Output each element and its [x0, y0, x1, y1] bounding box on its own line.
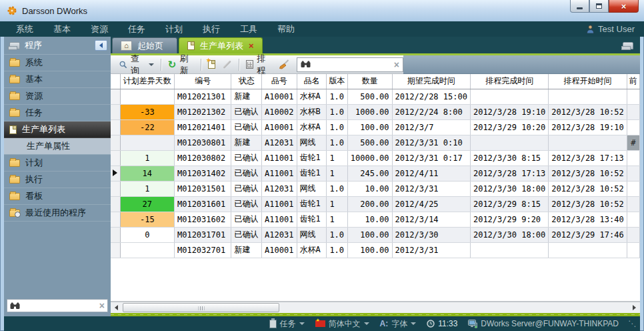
cell-sched_start[interactable] — [549, 242, 627, 258]
cell-status[interactable]: 新建 — [231, 135, 262, 150]
cell-order_no[interactable]: M012030801 — [174, 135, 231, 150]
resize-grip-icon[interactable]: ⋱ — [628, 320, 636, 328]
cell-sched_start[interactable]: 2012/3/29 17:46 — [549, 227, 627, 242]
column-header-item_no[interactable]: 品号 — [262, 74, 297, 89]
table-row[interactable]: -15M012031602已确认A11001齿轮1110.002012/3/14… — [111, 212, 640, 227]
cell-diff[interactable]: 1 — [120, 181, 174, 196]
scroll-left-button[interactable] — [111, 302, 122, 313]
cell-item_no[interactable]: A12031 — [262, 135, 297, 150]
sidebar-item-资源[interactable]: 资源 — [4, 88, 111, 105]
statusbar-language-dropdown[interactable]: 简体中文 — [315, 318, 369, 330]
cell-qty[interactable]: 200.00 — [347, 196, 392, 212]
cell-qty[interactable]: 10000.00 — [347, 150, 392, 166]
toolbar-search-clear-icon[interactable]: × — [394, 60, 399, 69]
column-header-sched_start[interactable]: 排程开始时间 — [549, 74, 627, 89]
row-selector-cell[interactable] — [111, 135, 120, 150]
cell-flag[interactable] — [627, 119, 639, 135]
edit-button[interactable] — [219, 61, 235, 67]
cell-expect_time[interactable]: 2012/3/31 — [392, 181, 470, 196]
column-header-status[interactable]: 状态 — [231, 74, 262, 89]
row-selector-cell[interactable] — [111, 89, 120, 104]
cell-sched_end[interactable] — [470, 89, 548, 104]
cell-order_no[interactable]: M012031602 — [174, 212, 231, 227]
menu-resource[interactable]: 资源 — [91, 23, 108, 35]
sidebar-item-生产单属性[interactable]: 生产单属性 — [4, 138, 111, 155]
toolbar-search-input[interactable] — [311, 60, 394, 69]
cell-order_no[interactable]: M012021301 — [174, 89, 231, 104]
cell-diff[interactable] — [120, 135, 174, 150]
cell-item_no[interactable]: A11001 — [262, 150, 297, 166]
cell-version[interactable]: 1.0 — [327, 119, 347, 135]
menu-basic[interactable]: 基本 — [53, 23, 71, 35]
cell-sched_end[interactable] — [470, 242, 548, 258]
table-row[interactable]: M012021301新建A10001水杯A1.0500.002012/2/28 … — [111, 89, 640, 104]
cell-sched_end[interactable]: 2012/3/30 18:00 — [470, 181, 548, 196]
cell-diff[interactable] — [120, 242, 174, 258]
cell-qty[interactable]: 245.00 — [347, 166, 392, 181]
cell-flag[interactable] — [627, 242, 639, 258]
table-row[interactable]: M012030801新建A12031网线1.0500.002012/3/31 0… — [111, 135, 640, 150]
sidebar-item-计划[interactable]: 计划 — [4, 155, 111, 172]
cell-diff[interactable]: 1 — [120, 150, 174, 166]
sidebar-collapse-button[interactable] — [95, 40, 107, 51]
menu-execute[interactable]: 执行 — [203, 23, 220, 35]
menu-plan[interactable]: 计划 — [165, 23, 183, 35]
cell-item_no[interactable]: A12031 — [262, 181, 297, 196]
row-selector-cell[interactable] — [111, 227, 120, 242]
cell-sched_end[interactable] — [470, 135, 548, 150]
cell-sched_end[interactable]: 2012/3/28 19:10 — [470, 104, 548, 119]
cell-order_no[interactable]: M012031701 — [174, 227, 231, 242]
cell-flag[interactable] — [627, 181, 639, 196]
cell-sched_start[interactable]: 2012/3/28 10:52 — [549, 104, 627, 119]
cell-expect_time[interactable]: 2012/2/28 15:00 — [392, 89, 470, 104]
menu-tools[interactable]: 工具 — [240, 23, 257, 35]
cell-expect_time[interactable]: 2012/4/25 — [392, 196, 470, 212]
cell-sched_start[interactable]: 2012/3/28 10:52 — [549, 181, 627, 196]
cell-item_no[interactable]: A11001 — [262, 212, 297, 227]
statusbar-font-dropdown[interactable]: A: 字体 — [380, 318, 417, 330]
cell-qty[interactable]: 100.00 — [347, 119, 392, 135]
scrollbar-thumb[interactable] — [123, 303, 279, 312]
cell-diff[interactable]: 14 — [120, 166, 174, 181]
cell-diff[interactable]: -22 — [120, 119, 174, 135]
table-row[interactable]: 1M012030802已确认A11001齿轮1110000.002012/3/3… — [111, 150, 640, 166]
cell-item_name[interactable]: 齿轮1 — [297, 212, 327, 227]
cell-item_name[interactable]: 水杯A — [297, 242, 327, 258]
cell-item_name[interactable]: 水杯A — [297, 89, 327, 104]
cell-sched_start[interactable]: 2012/3/28 13:40 — [549, 212, 627, 227]
table-row[interactable]: -33M012021302已确认A10002水杯B1.01000.002012/… — [111, 104, 640, 119]
cell-version[interactable]: 1.0 — [327, 181, 347, 196]
column-header-item_name[interactable]: 品名 — [297, 74, 327, 89]
cell-qty[interactable]: 10.00 — [347, 212, 392, 227]
row-selector-cell[interactable] — [111, 104, 120, 119]
cell-sched_start[interactable] — [549, 89, 627, 104]
cell-order_no[interactable]: M012030802 — [174, 150, 231, 166]
table-row[interactable]: 1M012031501已确认A12031网线1.010.002012/3/312… — [111, 181, 640, 196]
cell-expect_time[interactable]: 2012/3/14 — [392, 212, 470, 227]
cell-flag[interactable] — [627, 104, 639, 119]
current-user[interactable]: Test User — [586, 24, 635, 34]
tab-close-icon[interactable]: × — [249, 41, 254, 50]
cell-flag[interactable]: # — [627, 135, 639, 150]
cell-diff[interactable]: -15 — [120, 212, 174, 227]
column-header-qty[interactable]: 数量 — [347, 74, 392, 89]
cell-expect_time[interactable]: 2012/3/31 0:10 — [392, 135, 470, 150]
sidebar-item-最近使用的程序[interactable]: 最近使用的程序 — [4, 205, 111, 222]
table-row[interactable]: 0M012031701已确认A12031网线1.0100.002012/3/30… — [111, 227, 640, 242]
table-row[interactable]: 14M012031402已确认A11001齿轮11245.002012/4/11… — [111, 166, 640, 181]
cell-order_no[interactable]: M012032701 — [174, 242, 231, 258]
cell-status[interactable]: 已确认 — [231, 150, 262, 166]
table-row[interactable]: M012032701新建A10001水杯A1.0100.002012/3/31 — [111, 242, 640, 258]
cell-item_no[interactable]: A11001 — [262, 196, 297, 212]
cell-item_no[interactable]: A10001 — [262, 242, 297, 258]
column-header-diff[interactable]: 计划差异天数 — [120, 74, 174, 89]
cell-item_no[interactable]: A11001 — [262, 166, 297, 181]
cell-status[interactable]: 已确认 — [231, 166, 262, 181]
cell-item_name[interactable]: 齿轮1 — [297, 150, 327, 166]
horizontal-scrollbar[interactable] — [111, 302, 640, 313]
cell-expect_time[interactable]: 2012/3/31 0:17 — [392, 150, 470, 166]
cell-status[interactable]: 新建 — [231, 242, 262, 258]
cell-version[interactable]: 1 — [327, 150, 347, 166]
cell-item_name[interactable]: 水杯A — [297, 119, 327, 135]
cell-sched_start[interactable]: 2012/3/28 19:10 — [549, 119, 627, 135]
